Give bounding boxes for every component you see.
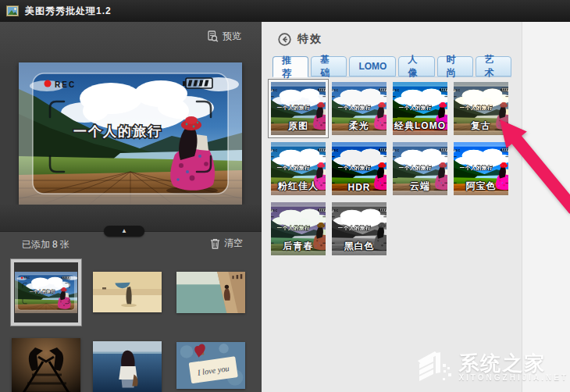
added-count: 8 [50, 239, 60, 250]
effects-tabs: 推荐 基础 LOMO 人像 时尚 艺术 [273, 56, 511, 77]
effect-label: HDR [332, 182, 387, 193]
effect-tile-post-youth[interactable]: 后青春 [271, 202, 326, 255]
effect-label: 粉红佳人 [271, 180, 326, 193]
thumb-girl-on-boardwalk [15, 272, 77, 313]
tab-recommended[interactable]: 推荐 [273, 56, 308, 77]
window-titlebar[interactable]: 美图秀秀批处理1.2 [0, 0, 570, 22]
added-suffix: 张 [60, 239, 69, 250]
added-prefix: 已添加 [22, 239, 50, 250]
tab-label: LOMO [358, 61, 387, 72]
effect-tile-cloud[interactable]: 云端 [393, 142, 447, 195]
clear-queue-button[interactable]: 清空 [210, 237, 243, 250]
effect-label: 云端 [393, 180, 447, 193]
app-window: 美图秀秀批处理1.2 预览 ▲ 已添加8张 [0, 0, 570, 392]
queue-header-row: 已添加8张 清空 [0, 237, 262, 252]
preview-button[interactable]: 预览 [207, 30, 241, 43]
effect-label: 后青春 [271, 240, 326, 253]
preview-magnifier-icon [207, 30, 219, 42]
effect-label: 原图 [271, 119, 326, 133]
collapse-arrow-icon: ▲ [121, 228, 127, 234]
tab-label: 推荐 [282, 54, 299, 80]
effect-label: 柔光 [332, 119, 387, 133]
tab-fashion[interactable]: 时尚 [437, 56, 473, 77]
effect-label: 阿宝色 [454, 180, 508, 193]
effect-tile-abao-color[interactable]: 阿宝色 [454, 142, 508, 195]
left-panel: 预览 ▲ 已添加8张 清空 [0, 22, 262, 392]
tab-label: 时尚 [447, 53, 464, 80]
tab-basic[interactable]: 基础 [311, 56, 347, 77]
photo-queue-panel: ▲ 已添加8张 清空 [0, 231, 262, 392]
queue-thumb-beach-umbrella[interactable] [93, 272, 162, 312]
xitongzhijia-logo [415, 347, 455, 387]
collapse-queue-button[interactable]: ▲ [104, 226, 144, 237]
tab-label: 基础 [320, 53, 337, 80]
effects-panel-title: 特效 [297, 32, 322, 46]
effect-tile-pink-lady[interactable]: 粉红佳人 [271, 142, 326, 195]
tab-art[interactable]: 艺术 [476, 56, 511, 77]
queue-thumb-love-note[interactable] [176, 342, 245, 389]
queue-thumb-railroad[interactable] [12, 338, 80, 392]
effect-label: 经典LOMO [393, 119, 447, 133]
tab-lomo[interactable]: LOMO [349, 56, 396, 77]
effect-tile-classic-lomo[interactable]: 经典LOMO [393, 82, 447, 135]
effect-tile-black-white[interactable]: 黑白色 [332, 202, 387, 255]
window-title: 美图秀秀批处理1.2 [25, 5, 112, 18]
effects-grid: 原图 柔光 经典LOMO 复古 粉红佳人 HDR [271, 82, 510, 255]
tab-label: 艺术 [485, 53, 502, 80]
preview-photo [19, 62, 242, 205]
effects-panel: 特效 推荐 基础 LOMO 人像 时尚 艺术 原图 柔光 经典LOMO [262, 22, 570, 392]
queue-thumb-sea-girl[interactable] [93, 341, 162, 392]
panel-right-margin [522, 22, 570, 392]
queue-thumb-pier[interactable] [176, 272, 245, 313]
back-button[interactable] [278, 33, 291, 46]
effect-tile-vintage[interactable]: 复古 [454, 82, 508, 135]
effect-label: 复古 [454, 119, 508, 133]
tab-label: 人像 [408, 53, 425, 80]
app-icon [6, 5, 19, 16]
effect-label: 黑白色 [332, 240, 387, 253]
added-count-label: 已添加8张 [22, 238, 69, 251]
preview-button-label: 预览 [223, 30, 241, 43]
clear-button-label: 清空 [224, 237, 243, 250]
effects-header: 特效 [278, 32, 322, 46]
effect-tile-soft-light[interactable]: 柔光 [332, 82, 387, 135]
trash-icon [210, 238, 220, 249]
effect-tile-original[interactable]: 原图 [271, 82, 326, 135]
effect-tile-hdr[interactable]: HDR [332, 142, 387, 195]
queue-thumb-selected[interactable] [11, 259, 81, 326]
tab-portrait[interactable]: 人像 [398, 56, 434, 77]
